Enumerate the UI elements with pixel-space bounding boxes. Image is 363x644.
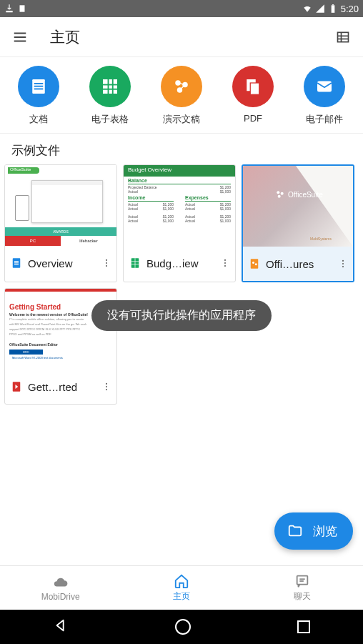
svg-point-50 <box>106 389 107 390</box>
category-label: 电子表格 <box>91 113 129 126</box>
file-card-overview[interactable]: OfficeSuite AWARDS PClifehacker Overview <box>4 164 117 282</box>
battery-icon <box>328 4 338 14</box>
categories-row: 文档 电子表格 演示文稿 PDF 电子邮件 <box>0 57 363 134</box>
pdf-icon <box>9 380 24 394</box>
menu-button[interactable] <box>10 27 30 47</box>
sheet-icon <box>99 76 121 97</box>
svg-rect-10 <box>34 89 44 90</box>
svg-point-42 <box>252 262 254 264</box>
status-bar: 5:20 <box>0 0 363 17</box>
file-card-budget[interactable]: Budget Overview Balance Projected Balanc… <box>123 164 236 282</box>
svg-rect-1 <box>331 5 334 12</box>
file-card-office-features[interactable]: OfficeSuite MobiSystems Offi…ures <box>242 164 354 282</box>
category-label: 演示文稿 <box>163 113 200 126</box>
browse-fab[interactable]: 浏览 <box>274 512 353 550</box>
home-button[interactable] <box>175 619 191 635</box>
svg-rect-2 <box>332 4 334 5</box>
file-title: Gett…rted <box>28 381 96 393</box>
sheet-icon <box>128 256 142 270</box>
svg-point-36 <box>224 262 226 264</box>
svg-rect-8 <box>34 83 44 84</box>
svg-point-48 <box>106 383 107 385</box>
svg-rect-26 <box>14 262 19 263</box>
category-documents[interactable]: 文档 <box>7 66 70 126</box>
presentation-icon <box>171 76 192 97</box>
tab-mobidrive[interactable]: MobiDrive <box>0 566 121 610</box>
svg-rect-0 <box>20 5 25 11</box>
file-grid: OfficeSuite AWARDS PClifehacker Overview… <box>0 164 363 405</box>
more-button[interactable] <box>219 257 231 269</box>
svg-point-39 <box>281 192 284 195</box>
app-bar: 主页 <box>0 17 363 57</box>
svg-point-43 <box>255 263 257 265</box>
svg-point-29 <box>106 262 107 264</box>
svg-point-46 <box>342 266 344 267</box>
notification-icon <box>17 4 27 14</box>
svg-point-30 <box>106 265 107 267</box>
category-presentations[interactable]: 演示文稿 <box>150 66 213 126</box>
view-toggle-button[interactable] <box>333 27 353 47</box>
svg-point-37 <box>224 265 226 267</box>
file-thumbnail: OfficeSuite MobiSystems <box>243 166 353 247</box>
fab-label: 浏览 <box>313 523 337 540</box>
svg-rect-11 <box>103 79 117 94</box>
svg-rect-25 <box>14 261 19 262</box>
svg-point-38 <box>277 191 279 194</box>
svg-rect-22 <box>250 83 259 94</box>
file-thumbnail: OfficeSuite AWARDS PClifehacker <box>5 165 116 246</box>
doc-icon <box>9 256 24 270</box>
chat-icon <box>294 573 310 589</box>
svg-line-20 <box>180 85 186 91</box>
tab-label: MobiDrive <box>41 592 80 602</box>
toast-message: 没有可执行此操作的应用程序 <box>91 300 272 331</box>
svg-point-35 <box>224 259 226 261</box>
category-pdf[interactable]: PDF <box>222 66 284 126</box>
system-nav-bar <box>0 610 363 644</box>
wifi-icon <box>302 4 312 14</box>
download-icon <box>4 4 14 14</box>
svg-rect-51 <box>297 576 308 585</box>
tab-chat[interactable]: 聊天 <box>242 566 363 610</box>
svg-point-40 <box>278 195 281 198</box>
home-icon <box>174 573 189 589</box>
svg-rect-9 <box>34 86 44 87</box>
back-button[interactable] <box>53 618 69 636</box>
status-time: 5:20 <box>341 4 359 14</box>
file-title: Overview <box>28 257 96 269</box>
pdf-icon <box>242 76 264 97</box>
file-thumbnail: Budget Overview Balance Projected Balanc… <box>124 165 235 246</box>
page-title: 主页 <box>50 27 80 47</box>
more-button[interactable] <box>101 380 112 393</box>
tab-label: 主页 <box>173 590 190 603</box>
mail-icon <box>314 76 335 97</box>
svg-rect-3 <box>338 32 349 41</box>
presentation-icon <box>247 257 262 271</box>
file-title: Offi…ures <box>266 258 333 270</box>
svg-point-45 <box>342 263 344 264</box>
recents-button[interactable] <box>297 620 310 633</box>
doc-icon <box>28 76 49 97</box>
file-title: Budg…iew <box>146 257 215 269</box>
svg-rect-41 <box>251 259 259 269</box>
category-spreadsheets[interactable]: 电子表格 <box>79 66 141 126</box>
cloud-icon <box>53 575 69 590</box>
category-label: 电子邮件 <box>306 113 343 126</box>
signal-icon <box>315 4 325 14</box>
category-label: 文档 <box>29 113 48 126</box>
category-email[interactable]: 电子邮件 <box>293 66 356 126</box>
section-title: 示例文件 <box>0 134 363 164</box>
svg-point-49 <box>106 386 107 387</box>
svg-rect-23 <box>317 81 332 92</box>
more-button[interactable] <box>337 257 349 270</box>
svg-point-44 <box>342 260 344 262</box>
more-button[interactable] <box>101 257 112 269</box>
tab-home[interactable]: 主页 <box>121 566 242 610</box>
svg-point-28 <box>106 259 107 261</box>
category-label: PDF <box>244 113 262 124</box>
tab-label: 聊天 <box>294 590 311 603</box>
bottom-navigation: MobiDrive 主页 聊天 <box>0 565 363 610</box>
svg-rect-27 <box>14 264 19 265</box>
folder-icon <box>287 523 303 539</box>
